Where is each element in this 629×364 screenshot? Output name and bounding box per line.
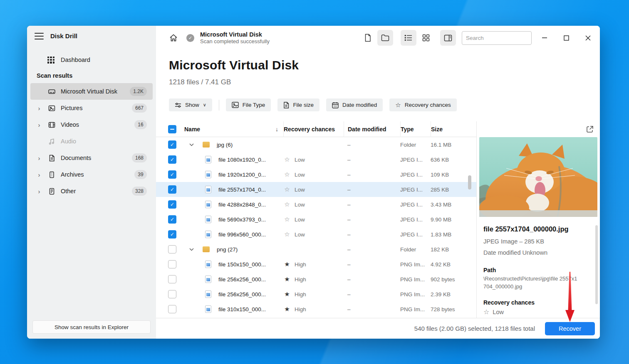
row-checkbox[interactable] (168, 230, 176, 239)
row-checkbox[interactable] (168, 305, 176, 313)
row-checkbox[interactable] (168, 170, 176, 179)
chevron-right-icon[interactable]: › (37, 105, 41, 112)
close-button[interactable] (582, 32, 594, 44)
chevron-right-icon[interactable]: › (37, 171, 41, 178)
tree-expand-chevron-icon[interactable] (189, 143, 195, 146)
row-checkbox[interactable] (168, 290, 176, 298)
preview-scrollbar[interactable] (595, 225, 598, 304)
search-input[interactable] (466, 35, 540, 41)
dashboard-label: Dashboard (61, 57, 90, 63)
show-scan-results-in-explorer-button[interactable]: Show scan results in Explorer (32, 320, 151, 334)
date-modified-value: – (344, 276, 400, 283)
preview-image-cat[interactable] (479, 137, 597, 217)
sidebar-item-other[interactable]: › Other 328 (30, 183, 153, 199)
sidebar-item-dashboard[interactable]: Dashboard (30, 52, 153, 67)
preview-panel: file 2557x1704_000000.jpg JPEG Image – 2… (476, 121, 600, 318)
topbar-title: Microsoft Virtual Disk (200, 31, 270, 38)
chevron-right-icon[interactable]: › (37, 155, 41, 162)
row-checkbox[interactable] (168, 215, 176, 224)
table-row[interactable]: file 5690x3793_0... ☆ Low – JPEG I... 9.… (156, 212, 476, 227)
recovery-star-icon: ☆ (283, 186, 291, 193)
recovery-star-icon: ☆ (283, 201, 291, 208)
table-row[interactable]: file 2557x1704_0... ☆ Low – JPEG I... 28… (156, 182, 476, 197)
list-view-icon[interactable] (401, 30, 416, 46)
sidebar-item-archives[interactable]: › Archives 39 (30, 166, 153, 183)
archives-icon (47, 170, 56, 179)
row-checkbox[interactable] (168, 275, 176, 283)
maximize-button[interactable] (560, 32, 572, 44)
file-table-header: Name ↓ Recovery chances Date modified Ty… (156, 121, 476, 137)
row-checkbox[interactable] (168, 140, 176, 149)
table-row[interactable]: png (27) – Folder 182 KB (156, 242, 476, 257)
row-checkbox[interactable] (168, 245, 176, 253)
folder-view-icon[interactable] (377, 30, 393, 46)
sliders-icon (175, 102, 181, 108)
sidebar-item-label: Documents (61, 155, 132, 161)
show-filter-label: Show (185, 102, 199, 108)
date-modified-filter-button[interactable]: Date modified (326, 98, 383, 111)
minimize-button[interactable] (538, 32, 551, 44)
column-header-date-modified[interactable]: Date modified (344, 121, 400, 137)
sidebar-item-videos[interactable]: › Videos 16 (30, 116, 153, 133)
file-size-filter-button[interactable]: File size (277, 98, 319, 111)
column-header-size[interactable]: Size (431, 121, 476, 137)
column-header-type[interactable]: Type (400, 121, 431, 137)
chevron-right-icon[interactable]: › (37, 188, 41, 195)
sidebar-item-audio: Audio (30, 133, 153, 150)
open-preview-external-icon[interactable] (586, 125, 594, 133)
sidebar-item-pictures[interactable]: › Pictures 667 (30, 100, 153, 116)
filter-divider (219, 100, 219, 111)
search-box (462, 31, 532, 45)
topbar: ✓ Microsoft Virtual Disk Scan completed … (156, 26, 600, 50)
row-checkbox[interactable] (168, 185, 176, 194)
row-checkbox[interactable] (168, 200, 176, 209)
sort-descending-icon[interactable]: ↓ (275, 126, 278, 133)
table-row[interactable]: file 310x150_000... ★ High – PNG Im... 7… (156, 302, 476, 317)
file-list-scrollbar[interactable] (468, 175, 471, 189)
show-filter-button[interactable]: Show ∨ (169, 98, 212, 111)
filter-bar: Show ∨ File Type File size Date modified (169, 98, 463, 111)
home-icon[interactable] (169, 33, 178, 42)
calendar-icon (332, 102, 339, 108)
column-header-recovery-chances[interactable]: Recovery chances (284, 126, 335, 133)
column-header-name[interactable]: Name (184, 126, 200, 133)
file-type-value: Folder (400, 246, 431, 253)
new-file-icon[interactable] (360, 30, 376, 46)
select-all-checkbox[interactable] (168, 125, 176, 133)
table-row[interactable]: file 1920x1200_0... ☆ Low – JPEG I... 10… (156, 167, 476, 182)
table-row[interactable]: file 150x150_000... ★ High – PNG Im... 4… (156, 257, 476, 272)
file-name: jpg (6) (217, 142, 233, 148)
file-name: file 4288x2848_0... (218, 202, 266, 208)
table-row[interactable]: file 1080x1920_0... ☆ Low – JPEG I... 63… (156, 152, 476, 167)
file-type-filter-button[interactable]: File Type (226, 98, 271, 111)
file-icon (283, 102, 289, 108)
table-row[interactable]: file 256x256_000... ★ High – PNG Im... 2… (156, 287, 476, 302)
row-checkbox[interactable] (168, 260, 176, 268)
tree-expand-chevron-icon[interactable] (189, 248, 195, 251)
recovery-star-icon: ☆ (283, 156, 291, 163)
file-type-value: PNG Im... (400, 276, 431, 283)
recovery-star-icon: ★ (283, 275, 291, 283)
recovery-chances-filter-button[interactable]: ☆ Recovery chances (389, 98, 457, 111)
documents-icon (47, 154, 56, 162)
table-row[interactable]: jpg (6) – Folder 16.1 MB (156, 137, 476, 152)
desktop-background: Disk Drill Dashboard Scan results Micros… (0, 0, 629, 364)
hamburger-menu-icon[interactable] (35, 33, 44, 39)
grid-view-icon[interactable] (418, 30, 434, 46)
table-row[interactable]: file 256x256_000... ★ High – PNG Im... 9… (156, 272, 476, 287)
count-badge: 39 (134, 170, 147, 179)
row-checkbox[interactable] (168, 155, 176, 164)
chevron-down-icon: ∨ (203, 102, 206, 108)
star-icon: ☆ (395, 101, 401, 109)
preview-panel-toggle-icon[interactable] (440, 30, 456, 46)
table-row[interactable]: file 4288x2848_0... ☆ Low – JPEG I... 3.… (156, 197, 476, 212)
file-size-value: 2.39 KB (431, 291, 476, 298)
main-area: ✓ Microsoft Virtual Disk Scan completed … (156, 26, 600, 339)
table-row[interactable]: file 996x560_000... ☆ Low – JPEG I... 1.… (156, 227, 476, 242)
sidebar-item-microsoft-virtual-disk[interactable]: Microsoft Virtual Disk 1.2K (30, 83, 153, 100)
recovery-chances-filter-label: Recovery chances (405, 102, 451, 108)
sidebar-item-documents[interactable]: › Documents 168 (30, 150, 153, 166)
audio-icon (47, 137, 56, 145)
recover-button[interactable]: Recover (545, 322, 595, 335)
chevron-right-icon[interactable]: › (37, 121, 41, 128)
